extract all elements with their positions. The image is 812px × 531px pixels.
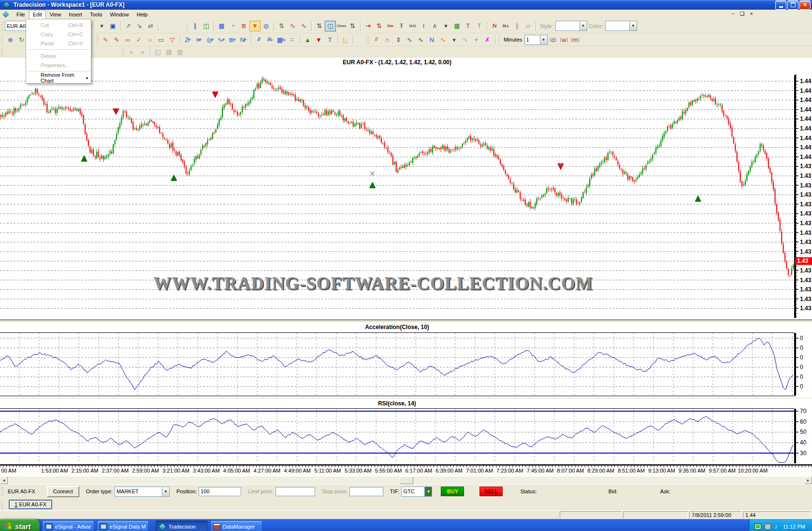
dot-grid-icon[interactable]: :: [287, 34, 298, 45]
esignal-tray-icon[interactable] [765, 524, 771, 530]
toolbar-grip[interactable] [1, 47, 3, 56]
chevron-down-icon[interactable]: ▼ [629, 21, 637, 30]
restore-button[interactable] [787, 0, 798, 10]
crop-region-icon[interactable]: ▱ [522, 21, 534, 31]
gann-grid-icon[interactable]: ▦G [276, 34, 287, 45]
sim-trade-icon[interactable]: Sim [385, 21, 396, 31]
gann-line-icon[interactable]: // [253, 34, 264, 45]
scale-icon[interactable]: ⇅ [314, 21, 325, 31]
magnet-mode-icon[interactable]: ∩ [382, 34, 393, 45]
style-combo[interactable]: ▼ [555, 21, 587, 31]
taskbar-task-esignal-data-manager[interactable]: eSignal Data Manager [97, 520, 149, 531]
scan-red-icon[interactable]: ∿ [287, 21, 298, 31]
tab-eur-a0-fx[interactable]: 1EUR A0-FX [9, 500, 52, 509]
fib-extension-icon[interactable]: NF [238, 34, 249, 45]
fib-fan-icon[interactable]: ∿F [216, 34, 227, 45]
taskbar-task-tradecision[interactable]: Tradecision [156, 520, 208, 531]
menu-item-file[interactable]: File [13, 10, 29, 19]
edit-menu-item-copy[interactable]: CopyCtrl+C [26, 29, 91, 39]
strategy-dropdown[interactable]: ▾ [440, 21, 451, 31]
buy-button[interactable]: BUY [441, 487, 464, 496]
marker-x-icon[interactable]: ✗ [482, 34, 493, 45]
position-line-icon[interactable]: I [418, 21, 429, 31]
horizontal-scrollbar[interactable]: ◄ ► [0, 476, 812, 484]
rectangle-tool-icon[interactable]: ▭ [156, 34, 167, 45]
minimize-button[interactable] [775, 0, 786, 10]
toolbar-grip[interactable] [122, 47, 124, 56]
pencil-line-icon[interactable]: ✎ [111, 34, 122, 45]
chevron-down-icon[interactable]: ▼ [540, 35, 547, 44]
back-icon[interactable]: « [126, 46, 137, 57]
pencil-icon[interactable]: ✎ [100, 34, 111, 45]
trend-lines-icon[interactable]: // [371, 34, 382, 45]
toolbar-grip[interactable] [186, 22, 188, 30]
save-icon[interactable]: ▣ [107, 21, 118, 31]
candle-style-icon[interactable]: ◫ [201, 21, 212, 31]
rsi-chart[interactable]: 7060504030 [0, 399, 812, 464]
menu-item-window[interactable]: Window [106, 10, 133, 19]
wave-dropdown[interactable]: ▾ [449, 34, 460, 45]
mdi-minimize-button[interactable]: − [729, 11, 737, 17]
menu-item-view[interactable]: View [46, 10, 65, 19]
dll-icon[interactable]: DLL [500, 21, 511, 31]
text-note-icon[interactable]: T [324, 34, 335, 45]
auto-strategy-icon[interactable]: ∧ [429, 21, 440, 31]
daily-interval-icon[interactable]: |d| [548, 34, 559, 45]
cascade-windows-icon[interactable]: ◱ [152, 46, 163, 57]
quote-board-icon[interactable]: ▦ [216, 21, 227, 31]
order-type-combo[interactable]: MARKET ▼ [115, 487, 170, 497]
menu-item-help[interactable]: Help [133, 10, 152, 19]
polygon-tool-icon[interactable]: ▽ [167, 34, 178, 45]
eraser-icon[interactable]: ◺ [340, 34, 351, 45]
gann-fan-icon[interactable]: //G [264, 34, 276, 45]
wave-gray-icon[interactable]: ∿ [460, 34, 471, 45]
data-export-icon[interactable]: ⇅ [276, 21, 287, 31]
edit-strategy-icon[interactable]: T [474, 21, 485, 31]
close-button[interactable]: × [799, 0, 811, 10]
mdi-close-button[interactable]: × [748, 11, 755, 17]
forward-icon[interactable]: » [137, 46, 148, 57]
minutes-combo[interactable]: 1▼ [524, 35, 548, 45]
order-bar-grip[interactable] [1, 487, 3, 496]
network-icon[interactable] [754, 524, 761, 530]
import-page-icon[interactable]: ⇘ [134, 21, 145, 31]
menu-item-insert[interactable]: Insert [65, 10, 86, 19]
measure-icon[interactable]: ⇕ [393, 34, 404, 45]
stop-price-input[interactable] [349, 487, 383, 496]
pencil-loop-icon[interactable]: ∞ [122, 34, 133, 45]
sell-button[interactable]: SELL [479, 487, 503, 496]
scroll-right-button[interactable]: ► [804, 476, 812, 484]
zoom-in-icon[interactable]: ⊕ [5, 34, 16, 45]
color-combo[interactable]: ▼ [605, 21, 637, 31]
fractal-wave-icon[interactable]: ∿ [415, 34, 426, 45]
open-folder-dropdown[interactable]: ▾ [96, 21, 107, 31]
mdi-restore-button[interactable]: ❏ [739, 11, 746, 17]
bar-compress-icon[interactable]: ⇅ [347, 21, 358, 31]
toolbar-grip[interactable] [1, 22, 3, 30]
toolbar-grip[interactable] [1, 35, 3, 44]
order-updown-icon[interactable]: ⇅ [374, 21, 385, 31]
world-news-icon[interactable]: ◍ [261, 21, 272, 31]
alert-icon[interactable]: ▼ [249, 21, 261, 31]
ellipse-tool-icon[interactable]: ○ [145, 34, 156, 45]
fib-circle-icon[interactable]: ◎F [204, 34, 216, 45]
chevron-down-icon[interactable]: ▼ [580, 21, 587, 30]
fib-retracement-icon[interactable]: ≡F [193, 34, 204, 45]
tile-vertical-icon[interactable]: ▥ [174, 46, 186, 57]
monthly-interval-icon[interactable]: |m| [570, 34, 581, 45]
taskbar-task-datamanager[interactable]: DataManager [210, 520, 262, 531]
wave-tool-icon[interactable]: ∿ [437, 34, 449, 45]
toolbar-grip[interactable] [367, 35, 369, 44]
tab-bar-grip[interactable] [1, 500, 3, 509]
clock-icon[interactable]: ◔ [227, 21, 238, 31]
transfer-page-icon[interactable]: ⇄ [145, 21, 156, 31]
volume-icon[interactable]: ♪ [774, 523, 778, 530]
table-sync-icon[interactable]: ▦ [451, 21, 463, 31]
toolbar-grip[interactable] [96, 35, 99, 44]
binary-board-icon[interactable]: 1011 [407, 21, 418, 31]
chevron-down-icon[interactable]: ▼ [162, 487, 169, 496]
taskbar-task-esignal-advanced-g-[interactable]: eSignal - Advanced G... [42, 520, 94, 531]
weekly-interval-icon[interactable]: |w| [559, 34, 570, 45]
zigzag-icon[interactable]: ∿ [404, 34, 415, 45]
scan-trend-icon[interactable]: ∿ [298, 21, 309, 31]
